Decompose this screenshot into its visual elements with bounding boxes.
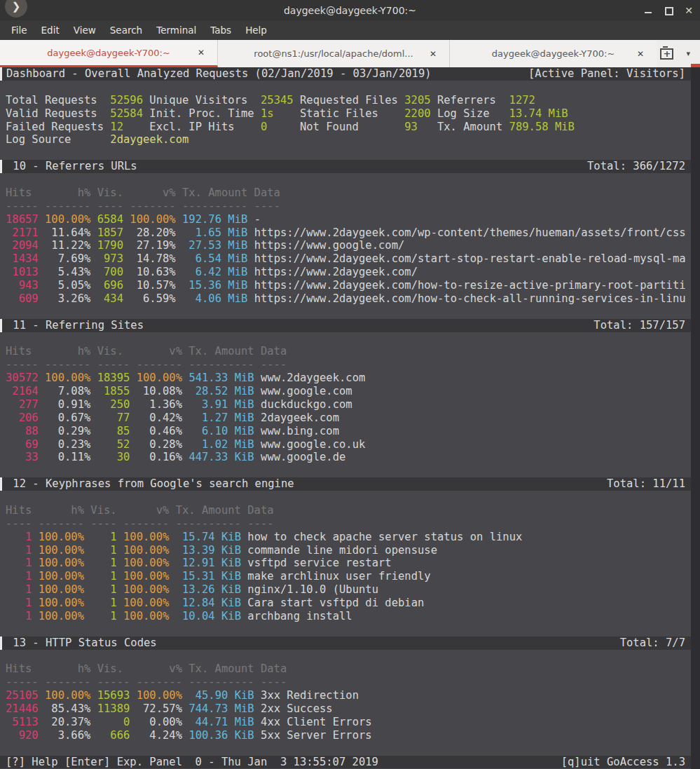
footer-version-text: [q]uit GoAccess 1.3 — [561, 756, 685, 769]
tab-1-active[interactable]: daygeek@daygeek-Y700:~ ✕ — [0, 40, 218, 67]
table-row: 1 100.00% 1 100.00% 15.74 KiB how to che… — [0, 531, 700, 544]
menu-item-search[interactable]: Search — [103, 22, 149, 39]
minimize-button[interactable] — [644, 6, 652, 15]
summary-value: 789.58 MiB — [509, 121, 575, 133]
tab-close-icon[interactable]: ✕ — [198, 48, 205, 57]
menu-item-terminal[interactable]: Terminal — [149, 22, 203, 39]
summary-line: Total Requests 52596 Unique Visitors 253… — [0, 94, 700, 107]
section-title: 11 - Referring Sites — [6, 319, 144, 332]
table-row: 33 0.11% 30 0.16% 447.33 KiB www.google.… — [0, 451, 700, 464]
terminal-screen[interactable]: Dashboard - Overall Analyzed Requests (0… — [0, 67, 700, 769]
table-row: 30572 100.00% 18395 100.00% 541.33 MiB w… — [0, 372, 700, 385]
table-row: 943 5.05% 696 10.57% 15.36 MiB https://w… — [0, 279, 700, 292]
summary-label: Failed Requests — [6, 121, 110, 133]
menu-item-edit[interactable]: Edit — [34, 22, 67, 39]
summary-line: Log Source 2daygeek.com — [0, 133, 700, 147]
summary-value: 1272 — [509, 94, 535, 107]
close-button[interactable]: ✕ — [685, 6, 693, 15]
table-row: 920 3.66% 666 4.24% 100.36 KiB 5xx Serve… — [0, 729, 700, 742]
summary-label: Requested Files — [294, 94, 405, 107]
table-row: 1434 7.69% 973 14.78% 6.54 MiB https://w… — [0, 252, 700, 266]
section-total: Total: 157/157 — [593, 319, 685, 332]
table-row: 2171 11.64% 1857 28.20% 1.65 MiB https:/… — [0, 226, 700, 240]
maximize-button[interactable] — [664, 6, 673, 15]
summary-label: Init. Proc. Time — [143, 107, 261, 120]
dashboard-header-bar: Dashboard - Overall Analyzed Requests (0… — [0, 67, 700, 81]
tab-close-icon[interactable]: ✕ — [430, 49, 437, 59]
terminal-app-icon: ❯ — [5, 0, 27, 18]
table-header-divider: ----- ------- ---- ------- ---------- --… — [0, 200, 700, 213]
section-header-bar-keyphrases: 12 - Keyphrases from Google's search eng… — [0, 477, 700, 491]
tab-label: daygeek@daygeek-Y700:~ — [47, 48, 170, 58]
table-header-divider: ---- ------- ---- ------- ---------- ---… — [0, 517, 700, 531]
summary-label: Log Source — [6, 133, 110, 146]
menubar: File Edit View Search Terminal Tabs Help — [0, 20, 700, 40]
tab-label: root@ns1:/usr/local/apache/doml... — [254, 48, 413, 59]
table-header-divider: ----- ------- ----- ------- ---------- -… — [0, 676, 700, 689]
summary-value: 0 — [261, 121, 267, 133]
summary-line: Valid Requests 52584 Init. Proc. Time 1s… — [0, 107, 700, 121]
titlebar: ❯ daygeek@daygeek-Y700:~ ✕ — [0, 0, 700, 20]
table-row: 21446 85.43% 11389 72.57% 744.73 MiB 2xx… — [0, 702, 700, 716]
summary-value: 93 — [404, 121, 418, 133]
referrers-urls-table: Hits h% Vis. v% Tx. Amount Data----- ---… — [0, 186, 700, 306]
blank-line — [0, 306, 700, 319]
section-title: 12 - Keyphrases from Google's search eng… — [6, 477, 294, 491]
menu-item-tabs[interactable]: Tabs — [203, 22, 238, 39]
summary-value: 2200 — [404, 107, 430, 120]
terminal-window: ❯ daygeek@daygeek-Y700:~ ✕ File Edit Vie… — [0, 0, 700, 769]
summary-label: Static Files — [274, 107, 405, 120]
summary-value: 52596 — [110, 94, 143, 107]
window-title: daygeek@daygeek-Y700:~ — [284, 5, 416, 16]
section-total: Total: 7/7 — [620, 637, 685, 650]
table-column-headers: Hits h% Vis. v% Tx. Amount Data — [0, 504, 700, 517]
summary-value: 12 — [110, 121, 123, 133]
summary-label: Total Requests — [6, 94, 110, 107]
blank-line — [0, 491, 700, 504]
summary-label: Not Found — [267, 121, 404, 133]
tab-label: daygeek@daygeek-Y700:~ — [492, 48, 615, 59]
table-row: 1 100.00% 1 100.00% 15.31 KiB make archl… — [0, 570, 700, 583]
table-row: 1 100.00% 1 100.00% 13.39 KiB commande l… — [0, 544, 700, 557]
table-row: 1 100.00% 1 100.00% 13.26 KiB nginx/1.10… — [0, 583, 700, 597]
tab-list-dropdown-icon[interactable]: ▾ — [686, 49, 690, 58]
table-row: 5113 20.37% 0 0.00% 44.71 MiB 4xx Client… — [0, 716, 700, 729]
menu-item-file[interactable]: File — [4, 22, 34, 39]
section-total: Total: 11/11 — [607, 477, 685, 491]
dashboard-title: Dashboard - Overall Analyzed Requests (0… — [6, 67, 432, 81]
table-row: 206 0.67% 77 0.42% 1.27 MiB 2daygeek.com — [0, 411, 700, 425]
tab-close-icon[interactable]: ✕ — [637, 49, 644, 59]
keyphrases-table: Hits h% Vis. v% Tx. Amount Data---- ----… — [0, 504, 700, 623]
menu-item-view[interactable]: View — [67, 22, 103, 39]
table-column-headers: Hits h% Vis. v% Tx. Amount Data — [0, 662, 700, 676]
summary-value: 13.74 MiB — [509, 107, 568, 120]
section-header-bar-referrers-urls: 10 - Referrers URLs Total: 366/1272 — [0, 160, 700, 173]
tab-3[interactable]: daygeek@daygeek-Y700:~ ✕ — [450, 40, 657, 67]
table-row: 277 0.91% 250 1.36% 3.91 MiB duckduckgo.… — [0, 398, 700, 411]
summary-value: 1s — [261, 107, 274, 120]
summary-line: Failed Requests 12 Excl. IP Hits 0 Not F… — [0, 121, 700, 134]
new-tab-icon[interactable] — [660, 48, 673, 60]
tab-bar: daygeek@daygeek-Y700:~ ✕ root@ns1:/usr/l… — [0, 40, 700, 67]
blank-line — [0, 464, 700, 477]
table-row: 2164 7.08% 1855 10.08% 28.52 MiB www.goo… — [0, 385, 700, 398]
table-column-headers: Hits h% Vis. v% Tx. Amount Data — [0, 186, 700, 200]
summary-value: 25345 — [261, 94, 294, 107]
summary-value: 2daygeek.com — [110, 133, 188, 146]
summary-label: Excl. IP Hits — [123, 121, 261, 133]
tab-2[interactable]: root@ns1:/usr/local/apache/doml... ✕ — [218, 40, 450, 67]
table-row: 1013 5.43% 700 10.63% 6.42 MiB https://w… — [0, 266, 700, 279]
summary-value: 3205 — [404, 94, 430, 107]
table-row: 88 0.29% 85 0.46% 6.10 MiB www.bing.com — [0, 425, 700, 438]
footer-help-text: [?] Help [Enter] Exp. Panel 0 - Thu Jan … — [6, 756, 378, 769]
table-row: 2094 11.22% 1790 27.19% 27.53 MiB https:… — [0, 239, 700, 252]
goaccess-footer-bar: [?] Help [Enter] Exp. Panel 0 - Thu Jan … — [0, 756, 700, 769]
summary-label: Unique Visitors — [143, 94, 261, 107]
table-row: 18657 100.00% 6584 100.00% 192.76 MiB - — [0, 213, 700, 226]
blank-line — [0, 650, 700, 663]
section-header-bar-http-status-codes: 13 - HTTP Status Codes Total: 7/7 — [0, 637, 700, 650]
terminal-scrollbar[interactable] — [691, 67, 700, 769]
menu-item-help[interactable]: Help — [238, 22, 274, 39]
section-total: Total: 366/1272 — [587, 160, 685, 173]
summary-label: Log Size — [431, 107, 509, 120]
